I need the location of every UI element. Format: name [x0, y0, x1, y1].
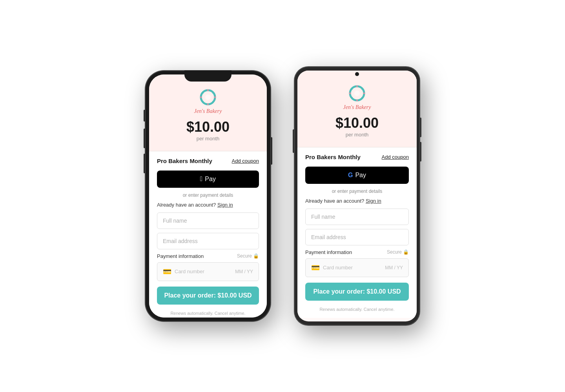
svg-point-14: [363, 93, 365, 94]
android-price-amount: $10.00: [305, 115, 409, 131]
android-full-name-input[interactable]: [305, 209, 409, 225]
svg-point-1: [205, 94, 211, 100]
iphone-mute-btn: [144, 110, 145, 122]
android-sign-in-row: Already have an account? Sign in: [305, 198, 409, 204]
svg-point-13: [361, 88, 363, 90]
iphone-plan-name: Pro Bakers Monthly: [157, 158, 212, 164]
android-card-left: 💳 Card number: [311, 263, 353, 272]
android-screen-content: Jen's Bakery $10.00 per month Pro Bakers…: [297, 71, 417, 321]
android-power-btn: [293, 129, 294, 153]
iphone-header: Jen's Bakery $10.00 per month: [149, 74, 267, 151]
iphone-pay-label: Pay: [205, 176, 216, 183]
svg-point-2: [207, 89, 209, 91]
iphone-card-field[interactable]: 💳 Card number MM / YY: [157, 262, 259, 281]
iphone-secure-badge: Secure 🔒: [237, 253, 259, 259]
android-email-input[interactable]: [305, 229, 409, 245]
lock-icon: 🔒: [253, 253, 259, 259]
iphone-date-placeholder: MM / YY: [235, 269, 253, 274]
iphone-plan-row: Pro Bakers Monthly Add coupon: [157, 158, 259, 164]
android-date-placeholder: MM / YY: [385, 265, 403, 270]
svg-point-19: [351, 88, 353, 90]
iphone-secure-text: Secure: [237, 253, 252, 259]
iphone-sign-in-link[interactable]: Sign in: [217, 202, 233, 208]
iphone-body: Pro Bakers Monthly Add coupon  Pay or e…: [149, 151, 267, 318]
android-vol-down-btn: [420, 142, 421, 162]
iphone-frame: Jen's Bakery $10.00 per month Pro Bakers…: [145, 71, 271, 321]
android-plan-row: Pro Bakers Monthly Add coupon: [305, 154, 409, 160]
iphone-sign-in-row: Already have an account? Sign in: [157, 202, 259, 208]
android-add-coupon-link[interactable]: Add coupon: [382, 154, 409, 160]
iphone-order-button[interactable]: Place your order: $10.00 USD: [157, 287, 259, 305]
android-card-placeholder: Card number: [323, 265, 353, 270]
android-secure-badge: Secure 🔒: [387, 249, 409, 255]
iphone-screen: Jen's Bakery $10.00 per month Pro Bakers…: [149, 74, 267, 318]
svg-point-5: [212, 101, 214, 102]
iphone-power-btn: [271, 137, 272, 165]
android-renew-text: Renews automatically. Cancel anytime.: [305, 307, 409, 312]
android-lock-icon: 🔒: [403, 249, 409, 255]
android-body: Pro Bakers Monthly Add coupon G Pay or e…: [297, 147, 417, 318]
android-brand-name: Jen's Bakery: [305, 104, 409, 111]
iphone-payment-label: Payment information: [157, 253, 204, 259]
iphone-payment-row: Payment information Secure 🔒: [157, 253, 259, 259]
svg-point-8: [200, 96, 202, 98]
svg-point-7: [202, 101, 204, 102]
svg-point-4: [214, 96, 216, 98]
iphone-logo-icon: [199, 89, 217, 106]
svg-point-18: [349, 93, 351, 94]
android-divider: or enter payment details: [305, 189, 409, 194]
android-payment-label: Payment information: [305, 249, 352, 255]
android-account-text: Already have an account?: [305, 198, 364, 204]
iphone-brand-name: Jen's Bakery: [157, 108, 259, 114]
iphone-vol-down-btn: [144, 154, 145, 173]
android-camera: [355, 72, 359, 76]
android-google-pay-button[interactable]: G Pay: [305, 167, 409, 184]
svg-point-15: [361, 97, 363, 98]
iphone-email-input[interactable]: [157, 233, 259, 249]
android-frame: Jen's Bakery $10.00 per month Pro Bakers…: [294, 67, 420, 325]
android-sign-in-link[interactable]: Sign in: [366, 198, 381, 204]
iphone-divider: or enter payment details: [157, 192, 259, 198]
android-payment-row: Payment information Secure 🔒: [305, 249, 409, 255]
iphone-renew-text: Renews automatically. Cancel anytime.: [157, 311, 259, 316]
android-logo-icon: [348, 85, 366, 102]
google-g-icon: G: [348, 172, 353, 179]
apple-logo-icon: : [200, 176, 202, 182]
credit-card-icon: 💳: [163, 267, 171, 276]
iphone-full-name-input[interactable]: [157, 212, 259, 229]
android-header: Jen's Bakery $10.00 per month: [297, 71, 417, 147]
android-plan-name: Pro Bakers Monthly: [305, 154, 361, 160]
svg-point-12: [356, 85, 358, 87]
iphone-vol-up-btn: [144, 129, 145, 148]
iphone-apple-pay-button[interactable]:  Pay: [157, 171, 259, 188]
phones-container: Jen's Bakery $10.00 per month Pro Bakers…: [145, 67, 420, 325]
android-credit-card-icon: 💳: [311, 263, 320, 272]
android-pay-label: Pay: [355, 172, 366, 179]
svg-point-9: [202, 92, 204, 94]
svg-point-17: [351, 97, 353, 98]
android-screen: Jen's Bakery $10.00 per month Pro Bakers…: [297, 71, 417, 321]
iphone-add-coupon-link[interactable]: Add coupon: [232, 158, 259, 164]
iphone-account-text: Already have an account?: [157, 202, 216, 208]
android-card-field[interactable]: 💳 Card number MM / YY: [305, 258, 409, 277]
iphone-card-placeholder: Card number: [175, 269, 204, 274]
iphone-price-period: per month: [157, 136, 259, 142]
android-price-period: per month: [305, 132, 409, 138]
svg-point-3: [212, 92, 214, 94]
android-secure-text: Secure: [387, 249, 402, 255]
iphone-price-amount: $10.00: [157, 119, 259, 135]
svg-point-6: [207, 103, 209, 105]
iphone-card-left: 💳 Card number: [163, 267, 204, 276]
svg-point-11: [354, 91, 360, 96]
android-order-button[interactable]: Place your order: $10.00 USD: [305, 283, 409, 301]
android-vol-up-btn: [420, 118, 421, 137]
svg-point-16: [356, 100, 358, 101]
iphone-screen-content: Jen's Bakery $10.00 per month Pro Bakers…: [149, 74, 267, 318]
